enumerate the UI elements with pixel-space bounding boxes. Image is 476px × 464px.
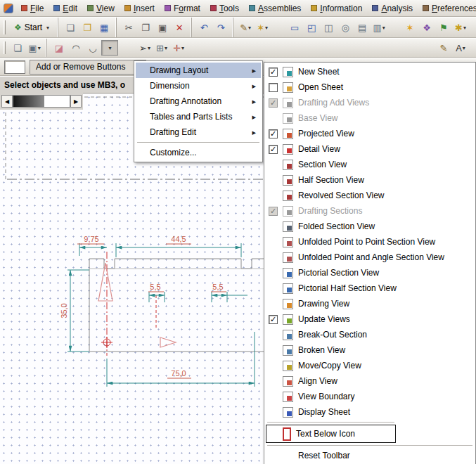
toolbar-icon: ❖ [423,23,431,32]
sketch-button: ✶ [401,18,418,37]
menu-item-drafting-edit[interactable]: Drafting Edit [136,124,261,140]
menu-item-text-below-icon[interactable]: Text Below Icon [266,425,396,443]
menu-item-align-view[interactable]: Align View [266,373,474,389]
menu-information[interactable]: Information [306,0,367,16]
menu-item-dimension[interactable]: Dimension [136,78,261,94]
menu-item-reset-toolbar[interactable]: Reset Toolbar [266,448,474,463]
dim-slot1[interactable]: 5,5 [150,283,160,291]
menu-item-projected-view[interactable]: Projected View [266,126,474,141]
menu-format[interactable]: Format [160,0,205,16]
menubar: File Edit View Insert [0,0,476,17]
menu-preferences-icon [423,5,429,11]
layers-button: ▥ [371,18,387,37]
menu-assemblies[interactable]: Assemblies [244,0,306,16]
dim-width-left[interactable]: 9,75 [84,235,98,243]
unfolded-point-to-point-icon [283,237,293,247]
start-button[interactable]: ❖ Start [9,20,54,35]
new-sheet-button: ❏ [9,39,26,57]
item-checkbox[interactable] [269,129,278,138]
toolbar-options-button [101,39,118,57]
selection-filter-input[interactable] [4,60,25,74]
options-button: ✱ [452,18,469,37]
menu-item-folded-section-view[interactable]: Folded Section View [266,219,474,234]
display-sheet-icon [283,407,293,418]
dim-width-total[interactable]: 75,0 [171,369,186,378]
item-checkbox[interactable] [269,315,278,324]
item-checkbox[interactable] [269,98,278,108]
menu-item-drafting-annotation[interactable]: Drafting Annotation [136,94,261,109]
menu-item-view-boundary[interactable]: View Boundary [266,389,474,404]
dim-width-mid[interactable]: 44,5 [171,235,186,243]
menu-tools[interactable]: Tools [205,0,244,16]
menu-view[interactable]: View [82,0,120,16]
half-section-view-icon [283,175,293,186]
dim-slot2[interactable]: 5,5 [212,283,223,291]
scroll-thumb[interactable] [13,96,44,107]
menu-item-tables-parts-lists[interactable]: Tables and Parts Lists [136,109,261,124]
menu-item-break-out-section[interactable]: Break-Out Section [266,327,474,342]
folded-section-view-icon [283,221,293,232]
menu-item-unfolded-point-to-point[interactable]: Unfolded Point to Point Section View [266,234,474,250]
menu-item-display-sheet[interactable]: Display Sheet [266,404,474,420]
menu-item-update-views[interactable]: Update Views [266,311,474,327]
add-remove-buttons-button[interactable]: Add or Remove Buttons [30,60,146,75]
dim-height[interactable]: 35,0 [60,303,68,318]
toolbar-icon: ✛ [173,44,181,53]
menu-item-unfolded-point-angle[interactable]: Unfolded Point and Angle Section View [266,250,474,265]
menu-item-drafting-sections[interactable]: Drafting Sections [266,203,474,219]
align-view-icon [283,376,293,387]
unfolded-point-angle-icon [283,252,293,263]
item-checkbox[interactable] [269,207,278,216]
toolbar1-left: ❏ ❐ ▦ ✂ ❐ ▣ [54,18,271,37]
item-checkbox[interactable] [269,67,278,77]
menu-item-open-sheet[interactable]: Open Sheet [266,79,474,95]
scroll-track[interactable] [13,95,70,108]
delete-button: ✕ [171,18,188,37]
menu-item-drafting-add-views[interactable]: Drafting Add Views [266,95,474,110]
copy-button: ❐ [137,18,154,37]
zoom-button: ◎ [337,18,354,37]
menu-item-base-view[interactable]: Base View [266,110,474,126]
scroll-right-button[interactable]: ▶ [70,95,82,108]
toolbar-icon: ➢ [139,44,147,53]
menu-item-pictorial-section-view[interactable]: Pictorial Section View [266,265,474,281]
menu-preferences[interactable]: Preferences [418,0,476,16]
format-painter-button: ✎ [233,18,254,37]
paste-button: ▣ [154,18,171,37]
menu-item-drawing-layout[interactable]: Drawing Layout [136,63,261,78]
paste-special-button: ▣ [26,39,43,57]
menu-item-revolved-section-view[interactable]: Revolved Section View [266,188,474,203]
menu-item-pictorial-half-section-view[interactable]: Pictorial Half Section View [266,281,474,296]
menu-item-move-copy-view[interactable]: Move/Copy View [266,358,474,373]
start-icon: ❖ [14,22,22,32]
menubar-items: File Edit View Insert [16,0,476,16]
menu-file[interactable]: File [16,0,49,16]
menu-view-icon [87,5,94,11]
start-label: Start [25,22,42,32]
update-views-icon [283,314,293,325]
selection-filter-button: ➢ [136,39,153,57]
item-checkbox[interactable] [269,145,278,154]
menu-item-drawing-view[interactable]: Drawing View [266,296,474,311]
menu-item-section-view[interactable]: Section View [266,157,474,172]
toolbar-icon: ▣ [158,23,167,32]
menu-item-broken-view[interactable]: Broken View [266,342,474,358]
menu-item-new-sheet[interactable]: New Sheet [266,64,474,79]
scroll-left-button[interactable]: ◀ [1,95,13,108]
menu-file-icon [21,5,27,11]
menu-item-half-section-view[interactable]: Half Section View [266,172,474,188]
dimension-lines [67,243,255,387]
toolbar-drag-handle[interactable] [4,41,6,54]
menu-insert[interactable]: Insert [120,0,160,16]
menu-insert-icon [124,5,131,11]
menu-analysis[interactable]: Analysis [367,0,418,16]
menu-edit[interactable]: Edit [49,0,82,16]
annotation-edit-button: ✎ [435,39,452,57]
toolbar-drag-handle[interactable] [4,20,6,34]
menu-item-customize[interactable]: Customize... [136,145,261,160]
toolbar-icon: ❐ [83,23,91,32]
drafting-add-views-icon [283,98,293,108]
datum-button: ❖ [418,18,435,37]
item-checkbox[interactable] [269,83,278,92]
menu-item-detail-view[interactable]: Detail View [266,141,474,157]
